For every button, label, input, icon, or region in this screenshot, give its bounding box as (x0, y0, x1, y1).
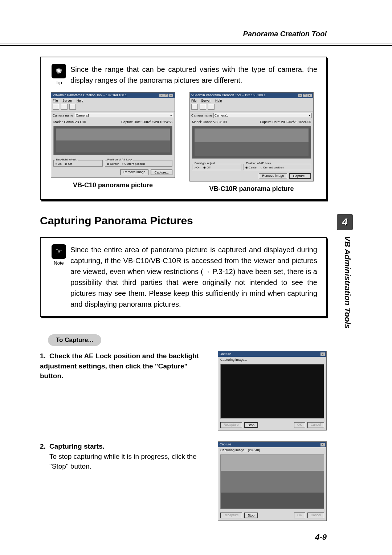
chapter-label: VB Administration Tools (343, 236, 352, 328)
chapter-tab: 4 (337, 214, 353, 230)
model-value: Canon VB-C10 (64, 120, 86, 124)
section-heading: Capturing Panorama Pictures (40, 215, 327, 227)
procedure-heading: To Capture... (48, 334, 101, 346)
menu-bar[interactable]: File Server Help (51, 98, 175, 103)
group-label: Position of AE Lock (107, 158, 133, 161)
aelock-group: Position of AE Lock ◉ Center ○ Current p… (244, 164, 311, 170)
figure-caption: VB-C10 panorama picture (51, 181, 175, 189)
camera-select-value: Camera1 (215, 114, 228, 117)
menu-file[interactable]: File (53, 99, 58, 102)
capture-button[interactable]: Capture... (289, 173, 311, 179)
toolbar-button[interactable] (61, 104, 68, 110)
capture-date-label: Capture Date: (260, 120, 280, 124)
note-label: Note (47, 260, 70, 266)
window-title: VBAdmin Panorama Creation Tool – 192.168… (191, 93, 265, 97)
window-controls[interactable]: –□× (298, 93, 312, 97)
backlight-on-radio[interactable]: ○ On (194, 166, 200, 169)
close-icon[interactable]: × (320, 352, 325, 356)
capture-preview (220, 364, 324, 419)
menu-help[interactable]: Help (77, 99, 83, 102)
menu-help[interactable]: Help (215, 99, 222, 102)
recapture-button: Recapture (220, 422, 242, 428)
toolbar-button[interactable] (208, 104, 215, 110)
note-text: Since the entire area of panorama pictur… (70, 244, 317, 310)
menu-server[interactable]: Server (62, 99, 72, 102)
maximize-icon[interactable]: □ (303, 94, 307, 97)
note-icon: ☞ (52, 244, 66, 259)
tip-text: Since the range that can be captured var… (70, 64, 317, 86)
capture-preview (220, 454, 324, 509)
window-title: VBAdmin Panorama Creation Tool – 192.168… (53, 93, 127, 97)
ok-button: OK (294, 422, 305, 428)
tip-icon: ✺ (52, 64, 66, 78)
window-controls[interactable]: × (320, 442, 325, 446)
remove-image-button[interactable]: Remove image (120, 170, 149, 175)
close-icon[interactable]: × (320, 443, 325, 446)
camera-select-value: Camera1 (76, 114, 89, 117)
group-label: Backlight adjust. (55, 158, 78, 161)
minimize-icon[interactable]: – (159, 94, 164, 97)
close-icon[interactable]: × (307, 94, 312, 97)
aelock-current-radio[interactable]: ○ Current position (122, 162, 145, 166)
close-icon[interactable]: × (169, 94, 173, 97)
menu-server[interactable]: Server (201, 99, 211, 102)
minimize-icon[interactable]: – (298, 94, 302, 97)
note-callout: ☞ Note Since the entire area of panorama… (40, 237, 327, 317)
menu-bar[interactable]: File Server Help (190, 98, 313, 103)
model-value: Canon VB-C10R (203, 120, 227, 124)
step-number: 2. (40, 441, 49, 452)
camera-name-label: Camera name (53, 114, 73, 117)
maximize-icon[interactable]: □ (164, 94, 168, 97)
dialog-title: Capture (220, 442, 231, 446)
step-1: 1.Check the AE Lock position and the bac… (40, 351, 327, 430)
toolbar (190, 103, 313, 111)
toolbar-button[interactable] (191, 104, 198, 110)
dialog-title: Capture (220, 352, 231, 356)
menu-file[interactable]: File (191, 99, 197, 102)
camera-select[interactable]: Camera1 ▾ (213, 113, 312, 118)
aelock-current-radio[interactable]: ○ Current position (261, 166, 284, 169)
capture-button[interactable]: Capture... (151, 170, 172, 175)
capture-status: Capturing image... (29 / 40) (218, 447, 326, 453)
window-controls[interactable]: –□× (159, 93, 173, 97)
panorama-tool-window: VBAdmin Panorama Creation Tool – 192.168… (51, 92, 175, 178)
cancel-button: Cancel (307, 513, 324, 518)
backlight-group: Backlight adjust. ○ On ◉ Off (192, 164, 241, 170)
toolbar-button[interactable] (53, 104, 59, 110)
header-title: Panorama Creation Tool (243, 30, 327, 38)
backlight-off-radio[interactable]: ◉ Off (203, 166, 211, 169)
step-lead: Capturing starts. (49, 442, 105, 450)
window-controls[interactable]: × (320, 352, 325, 356)
capture-dialog: Capture × Capturing image... Recapture S… (218, 351, 327, 430)
toolbar-button[interactable] (69, 104, 76, 110)
panorama-preview (192, 126, 311, 159)
backlight-on-radio[interactable]: ○ On (55, 162, 62, 166)
figure-vbc10r: VBAdmin Panorama Creation Tool – 192.168… (189, 92, 314, 193)
figure-vbc10: VBAdmin Panorama Creation Tool – 192.168… (51, 92, 175, 193)
tip-callout: ✺ Tip Since the range that can be captur… (40, 57, 327, 200)
camera-select[interactable]: Camera1 ▾ (75, 113, 173, 118)
stop-button[interactable]: Stop (244, 513, 258, 518)
page-header: Panorama Creation Tool (0, 0, 392, 46)
chevron-down-icon: ▾ (170, 114, 172, 117)
remove-image-button[interactable]: Remove image (259, 173, 287, 179)
recapture-button: Recapture (220, 513, 242, 518)
backlight-off-radio[interactable]: ◉ Off (65, 162, 72, 166)
capture-status: Capturing image... (218, 357, 326, 363)
stop-button[interactable]: Stop (244, 422, 258, 428)
camera-name-label: Camera name (191, 114, 212, 117)
group-label: Position of AE Lock (245, 162, 272, 165)
model-label: Model: (192, 120, 202, 124)
cancel-button: Cancel (307, 422, 324, 428)
chevron-down-icon: ▾ (309, 114, 311, 117)
panorama-tool-window: VBAdmin Panorama Creation Tool – 192.168… (189, 92, 314, 181)
aelock-center-radio[interactable]: ◉ Center (107, 162, 119, 166)
toolbar (51, 103, 175, 111)
capture-date-label: Capture Date: (121, 120, 142, 124)
ok-button: OK (294, 513, 305, 518)
panorama-preview (53, 126, 172, 155)
aelock-center-radio[interactable]: ◉ Center (245, 166, 257, 169)
toolbar-button[interactable] (200, 104, 206, 110)
step-text: Check the AE Lock position and the backl… (40, 352, 199, 380)
page-number: 4-9 (315, 532, 327, 542)
